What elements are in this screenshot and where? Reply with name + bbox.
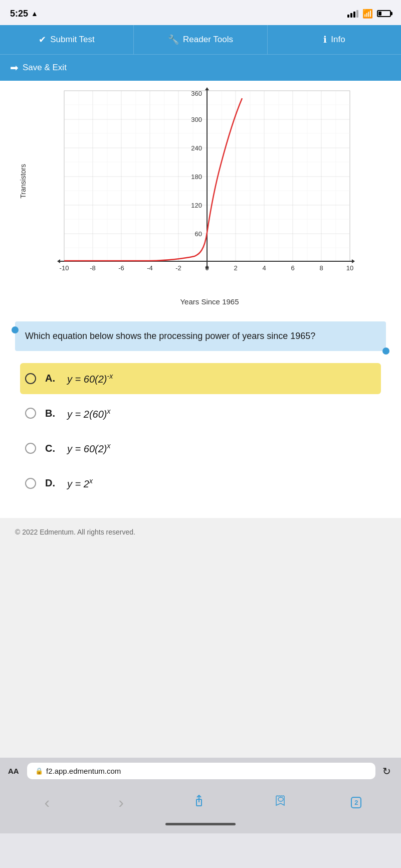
main-content: Transistors	[0, 81, 401, 758]
answer-row-d[interactable]: D. y = 2x	[20, 468, 381, 499]
svg-text:-6: -6	[118, 264, 124, 272]
battery-icon	[377, 10, 391, 17]
toolbar-top: ✔ Submit Test 🔧 Reader Tools ℹ Info	[0, 25, 401, 55]
answer-label-b: B.	[45, 408, 59, 419]
forward-button[interactable]: ›	[113, 791, 129, 814]
graph-area: Transistors	[10, 86, 391, 306]
back-button[interactable]: ‹	[40, 791, 55, 814]
svg-marker-37	[57, 259, 60, 263]
answer-formula-c: y = 60(2)x	[67, 442, 110, 455]
home-indicator	[0, 819, 401, 833]
radio-d[interactable]	[25, 478, 36, 489]
svg-text:10: 10	[346, 264, 353, 272]
toolbar: ✔ Submit Test 🔧 Reader Tools ℹ Info ➡ Sa…	[0, 25, 401, 81]
reader-tools-icon: 🔧	[168, 34, 179, 45]
svg-text:-4: -4	[147, 264, 153, 272]
radio-c[interactable]	[25, 443, 36, 454]
svg-point-60	[278, 797, 283, 801]
status-time: 5:25	[10, 9, 28, 19]
status-bar: 5:25 ▲ 📶	[0, 0, 401, 25]
copyright-text: © 2022 Edmentum. All rights reserved.	[15, 528, 135, 536]
status-icons: 📶	[347, 9, 391, 19]
submit-test-button[interactable]: ✔ Submit Test	[0, 25, 134, 54]
info-icon: ℹ	[323, 34, 327, 45]
svg-marker-39	[205, 87, 209, 90]
answer-row-a[interactable]: A. y = 60(2)-x	[20, 363, 381, 394]
svg-text:60: 60	[195, 230, 202, 238]
url-text: f2.app.edmentum.com	[46, 767, 121, 775]
answer-row-c[interactable]: C. y = 60(2)x	[20, 433, 381, 464]
svg-text:2: 2	[234, 264, 237, 272]
info-button[interactable]: ℹ Info	[268, 25, 401, 54]
svg-text:120: 120	[191, 202, 202, 209]
svg-text:4: 4	[262, 264, 266, 272]
wifi-icon: 📶	[362, 9, 373, 19]
save-exit-label: Save & Exit	[23, 63, 67, 73]
answer-formula-b: y = 2(60)x	[67, 407, 110, 420]
tabs-button[interactable]: 2	[351, 797, 361, 808]
answer-label-a: A.	[45, 373, 59, 384]
svg-text:240: 240	[191, 144, 202, 152]
reader-tools-button[interactable]: 🔧 Reader Tools	[134, 25, 268, 54]
question-dot-bottom	[382, 348, 389, 355]
question-text: Which equation below shows the processin…	[25, 329, 378, 343]
browser-aa[interactable]: AA	[8, 767, 22, 775]
svg-text:6: 6	[291, 264, 294, 272]
svg-text:180: 180	[191, 173, 202, 181]
svg-text:-10: -10	[60, 264, 69, 272]
graph-svg: 60 120 180 240 300 360 -10 -8 -6 -4 -2 0…	[34, 86, 385, 286]
lock-icon: 🔒	[35, 767, 43, 775]
question-dot-top	[12, 326, 19, 333]
svg-marker-36	[352, 259, 355, 263]
bookmarks-button[interactable]	[269, 792, 292, 813]
y-axis-label-container: Transistors	[19, 86, 27, 276]
reload-button[interactable]: ↻	[380, 763, 393, 779]
reader-tools-label: Reader Tools	[183, 35, 233, 45]
footer: © 2022 Edmentum. All rights reserved.	[0, 518, 401, 546]
svg-text:-8: -8	[90, 264, 96, 272]
bottom-nav: ‹ › 2	[0, 784, 401, 819]
svg-text:0: 0	[205, 264, 209, 272]
navigation-arrow: ▲	[31, 10, 38, 18]
info-label: Info	[331, 35, 345, 45]
y-axis-label: Transistors	[19, 164, 27, 199]
svg-text:-2: -2	[175, 264, 181, 272]
signal-icon	[347, 10, 358, 18]
submit-icon: ✔	[39, 34, 46, 45]
home-bar	[165, 823, 236, 825]
share-button[interactable]	[187, 792, 211, 813]
browser-bar: AA 🔒 f2.app.edmentum.com ↻	[0, 758, 401, 784]
submit-test-label: Submit Test	[50, 35, 95, 45]
radio-b[interactable]	[25, 408, 36, 419]
question-highlight: Which equation below shows the processin…	[15, 321, 386, 351]
answer-label-d: D.	[45, 477, 59, 489]
answer-formula-a: y = 60(2)-x	[67, 372, 113, 385]
answer-choices: A. y = 60(2)-x B. y = 2(60)x C. y = 60(2…	[15, 363, 386, 499]
x-axis-label: Years Since 1965	[34, 297, 385, 306]
url-bar[interactable]: 🔒 f2.app.edmentum.com	[27, 763, 375, 779]
svg-text:360: 360	[191, 90, 202, 97]
graph-section: Transistors	[0, 81, 401, 311]
answer-formula-d: y = 2x	[67, 477, 93, 490]
answer-row-b[interactable]: B. y = 2(60)x	[20, 398, 381, 429]
answer-label-c: C.	[45, 443, 59, 454]
question-section: Which equation below shows the processin…	[0, 311, 401, 518]
save-exit-button[interactable]: ➡ Save & Exit	[0, 55, 401, 81]
save-exit-icon: ➡	[10, 62, 19, 74]
radio-a[interactable]	[25, 373, 36, 384]
svg-text:300: 300	[191, 116, 202, 123]
svg-text:8: 8	[319, 264, 323, 272]
